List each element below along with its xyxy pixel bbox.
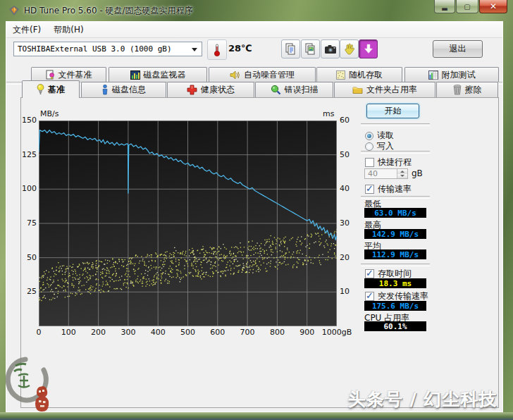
tab-extra-tests[interactable]: 附加测试: [404, 67, 499, 82]
download-arrow-icon: [364, 44, 373, 54]
axis-tick-label: 150: [21, 116, 37, 125]
tab-file-benchmark[interactable]: 文件基准: [31, 67, 106, 82]
desktop-screenshot: HD Tune Pro 5.60 - 硬盘/固态硬盘实用程序 ▬ ▢ ✕ 文件(…: [0, 0, 513, 420]
short-stroke-checkbox[interactable]: [365, 158, 374, 167]
axis-tick-label: 100: [21, 184, 37, 193]
tab-benchmark-active[interactable]: 基准: [22, 80, 80, 98]
cpu-usage-value: 60.1%: [364, 321, 426, 331]
axis-tick-label: 75: [21, 218, 37, 228]
tab-label: 磁盘信息: [112, 84, 146, 96]
hand-icon: [344, 43, 355, 55]
short-stroke-option[interactable]: 快捷行程: [365, 156, 412, 168]
access-time-checkbox[interactable]: [365, 269, 374, 278]
axis-tick-label: 800: [261, 328, 292, 337]
ink-stamp-watermark: [4, 356, 62, 418]
tab-label: 随机存取: [349, 69, 383, 81]
folder-icon: [352, 85, 363, 94]
spinner-arrows[interactable]: [397, 169, 407, 178]
tab-erase[interactable]: 擦除: [436, 82, 498, 97]
tab-label: 磁盘监视器: [144, 69, 186, 81]
benchmark-tab-page: MB/s ms 15012510075502560504030201001002…: [20, 97, 499, 408]
titlebar: HD Tune Pro 5.60 - 硬盘/固态硬盘实用程序 ▬ ▢ ✕: [0, 0, 513, 21]
short-stroke-spinner[interactable]: 40: [364, 168, 408, 179]
axis-tick-label: 1000gB: [321, 328, 352, 337]
transfer-rate-checkbox[interactable]: [365, 185, 374, 194]
start-button-label: 开始: [385, 105, 402, 117]
axis-tick-label: 900: [292, 328, 323, 337]
axis-tick-label: 600: [202, 328, 233, 337]
close-button[interactable]: ✕: [479, 0, 507, 13]
benchmark-plot: [39, 121, 337, 326]
drive-select-combobox[interactable]: TOSHIBAExternal USB 3.0 (1000 gB): [13, 42, 202, 56]
close-icon: ✕: [490, 1, 497, 11]
window-title: HD Tune Pro 5.60 - 硬盘/固态硬盘实用程序: [24, 5, 193, 17]
copy-text-button[interactable]: [281, 39, 300, 58]
document-bulb-icon: [46, 70, 55, 80]
exit-button[interactable]: 退出: [433, 40, 483, 58]
axis-tick-label: 0: [23, 328, 54, 337]
dropdown-arrow-icon: [192, 48, 197, 51]
spinner-down-icon[interactable]: [397, 174, 407, 179]
watermark-text: 头条号 / 幻尘科技: [348, 388, 497, 411]
separator: [361, 151, 430, 154]
minimize-icon: ▬: [441, 5, 447, 13]
axis-tick-label: 50: [340, 150, 350, 159]
tab-random-access[interactable]: 随机存取: [316, 67, 402, 82]
info-icon: [101, 85, 109, 95]
axis-tick-label: 400: [142, 328, 173, 337]
transfer-rate-option[interactable]: 传输速率: [365, 183, 412, 195]
axis-tick-label: 200: [83, 328, 114, 337]
axis-tick-label: 500: [173, 328, 204, 337]
separator: [361, 123, 430, 126]
burst-rate-checkbox[interactable]: [365, 292, 374, 301]
tab-label: 文件基准: [58, 69, 92, 81]
tab-error-scan[interactable]: 错误扫描: [255, 82, 333, 97]
minimize-button[interactable]: ▬: [434, 0, 455, 13]
avg-value: 112.9 MB/s: [364, 249, 426, 259]
write-radio[interactable]: [365, 142, 373, 151]
axis-tick-label: 700: [232, 328, 263, 337]
tab-label: 健康状态: [201, 84, 235, 96]
maximize-button[interactable]: ▢: [456, 0, 478, 13]
maximize-icon: ▢: [464, 3, 470, 11]
separator: [361, 264, 430, 266]
axis-tick-label: 30: [340, 218, 350, 228]
axis-tick-label: 25: [21, 287, 37, 296]
save-results-button[interactable]: [359, 39, 378, 58]
tab-disk-info[interactable]: 磁盘信息: [81, 82, 166, 97]
axis-tick-label: 50: [21, 253, 37, 262]
trash-icon: [453, 85, 462, 95]
axis-tick-label: 40: [340, 184, 350, 193]
axis-tick-label: 125: [21, 150, 37, 159]
menu-file[interactable]: 文件(F): [6, 23, 47, 37]
copy-text-icon: [285, 43, 297, 55]
axis-tick-label: 60: [340, 116, 350, 125]
start-button[interactable]: 开始: [366, 104, 419, 118]
temperature-value: 28℃: [228, 43, 252, 54]
copy-image-button[interactable]: [301, 39, 320, 58]
tab-label: 文件夹占用率: [366, 84, 417, 96]
dotted-square-icon: [336, 70, 345, 80]
axis-tick-label: 10: [340, 287, 350, 296]
menu-help[interactable]: 帮助(H): [47, 23, 89, 37]
tab-folder-usage[interactable]: 文件夹占用率: [334, 82, 435, 97]
tab-label: 擦除: [465, 84, 482, 96]
read-radio[interactable]: [365, 132, 373, 140]
tab-label: 错误扫描: [285, 84, 319, 96]
axis-tick-label: 100: [53, 328, 84, 337]
lightbulb-icon: [37, 84, 44, 95]
benchmark-plot-canvas: [39, 121, 337, 326]
temperature-button[interactable]: [207, 39, 227, 60]
transfer-rate-label: 传输速率: [378, 183, 412, 195]
short-stroke-unit-label: gB: [412, 168, 423, 178]
tab-disk-monitor[interactable]: 磁盘监视器: [109, 67, 207, 82]
drive-select-value: TOSHIBAExternal USB 3.0 (1000 gB): [18, 44, 172, 54]
screenshot-button[interactable]: [321, 39, 340, 58]
thermometer-icon: [213, 43, 221, 57]
magnifier-icon: [271, 85, 281, 95]
aam-hand-button[interactable]: [340, 39, 359, 58]
menubar: 文件(F) 帮助(H): [6, 22, 502, 38]
tab-label: 附加测试: [442, 69, 476, 81]
tab-health[interactable]: 健康状态: [167, 82, 254, 97]
tab-auto-acoustic[interactable]: 自动噪音管理: [209, 67, 316, 82]
